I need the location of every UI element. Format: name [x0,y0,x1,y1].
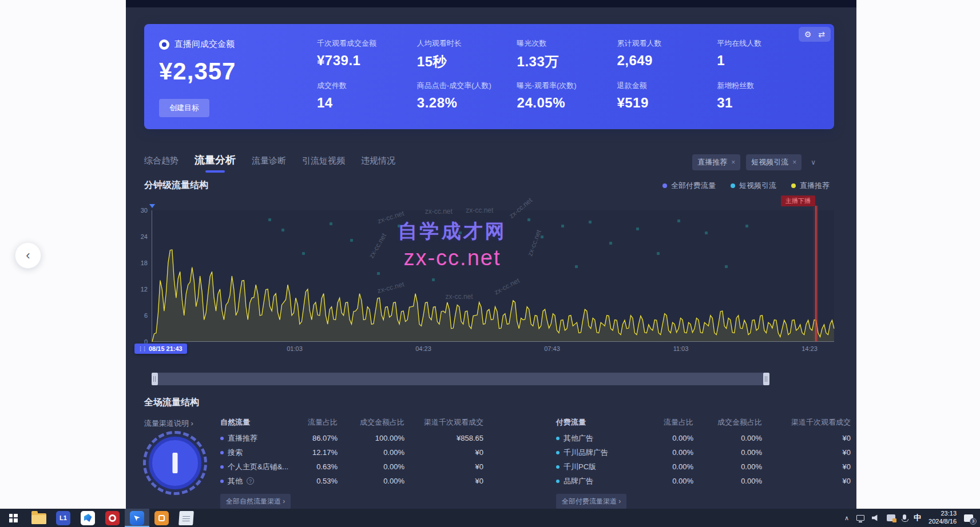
scatter-point [486,257,489,260]
tab-violations[interactable]: 违规情况 [361,155,395,171]
legend-item-live-recommend[interactable]: 直播推荐 [791,181,830,191]
notepad-icon [178,511,194,525]
metric-cell: 平均在线人数1 [717,38,817,77]
filter-tag-label: 短视频引流 [751,157,788,167]
taskbar-browser[interactable] [100,509,125,527]
tabs-row: 综合趋势 流量分析 流量诊断 引流短视频 违规情况 直播推荐 × 短视频引流 ×… [144,153,819,171]
tab-traffic-analysis[interactable]: 流量分析 [195,153,236,171]
axis-marker-icon [149,204,155,208]
network-icon[interactable] [856,515,864,521]
scatter-point [725,265,728,268]
table-row: 千川品牌广告 0.00% 0.00% ¥0 [556,445,851,460]
table-row: 其他广告 0.00% 0.00% ¥0 [556,431,851,445]
create-goal-button[interactable]: 创建目标 [159,99,209,117]
chart-range-slider[interactable] [152,373,769,385]
scatter-point [745,225,748,227]
tab-traffic-diagnosis[interactable]: 流量诊断 [252,155,286,171]
scatter-point [541,235,543,238]
metric-cell: 人均观看时长15秒 [417,38,517,77]
scatter-point [330,222,332,225]
drag-grip-icon: ⋮⋮ [138,346,146,352]
tab-overall-trend[interactable]: 综合趋势 [144,155,178,171]
cursor-app-icon [130,511,144,525]
orange-app-icon [154,511,169,525]
y-tick: 30 [132,207,148,214]
taskbar-file-explorer[interactable] [26,509,51,527]
y-tick: 6 [132,312,148,319]
series-dot [556,465,560,469]
close-icon[interactable]: × [792,158,796,166]
ime-indicator[interactable]: 中 [914,513,921,523]
filter-tag-short-video[interactable]: 短视频引流 × [746,154,802,170]
microphone-icon[interactable] [903,514,906,521]
back-button[interactable]: ‹ [15,242,41,269]
legend-item-short-video[interactable]: 短视频引流 [731,181,776,191]
y-tick: 18 [132,259,148,266]
clock[interactable]: 23:13 2024/8/16 [929,510,957,526]
legend-dot [662,183,667,188]
scatter-point [677,219,680,222]
legend-dot [731,183,735,188]
tab-short-video[interactable]: 引流短视频 [302,155,345,171]
natural-traffic-table: 自然流量 流量占比 成交金额占比 渠道千次观看成交 直播推荐 86.07% 10… [220,414,483,509]
series-dot [220,451,224,454]
close-icon[interactable]: × [731,158,735,166]
slider-handle-right[interactable] [763,373,769,385]
taskbar-notepad[interactable] [174,509,199,527]
table-header-row: 付费流量 流量占比 成交金额占比 渠道千次观看成交 [556,414,851,431]
screenshot-tool-icon[interactable] [887,514,895,521]
x-tick: 11:03 [673,345,689,352]
tray-expand-icon[interactable]: ∧ [844,514,849,522]
line-series-svg [152,210,834,342]
x-tick: 14:23 [802,345,818,352]
scatter-point [609,242,612,245]
metric-cell: 商品点击-成交率(人数)3.28% [417,81,517,119]
scatter-point [398,225,400,227]
help-icon[interactable]: ? [247,477,254,485]
start-button[interactable] [0,509,26,527]
notification-icon[interactable]: 3 [964,514,973,522]
slider-handle-left[interactable] [152,373,158,385]
page-background: ‹ ⚙ ⇄ 直播间成交金额 ¥2,357 创建目标 千次观看成交金额¥739.1… [0,0,980,527]
series-dot [220,480,224,483]
stream-end-marker-line [815,206,816,341]
scatter-point [350,239,353,242]
scatter-point [432,278,435,281]
traffic-minute-chart[interactable]: 30 24 18 12 6 0 自学成才网 zx-cc.net zx-cc.ne… [152,210,834,342]
metric-cell: 成交件数14 [317,81,417,119]
filter-tags: 直播推荐 × 短视频引流 × ∨ [692,154,819,170]
all-paid-channels-link[interactable]: 全部付费流量渠道 › [556,494,626,509]
taskbar-app-l1[interactable]: L1 [51,509,76,527]
live-dashboard: ⚙ ⇄ 直播间成交金额 ¥2,357 创建目标 千次观看成交金额¥739.1 人… [126,0,856,509]
window-top-strip [126,0,856,7]
x-tick: 07:43 [544,345,560,352]
filter-tag-live-recommend[interactable]: 直播推荐 × [692,154,740,170]
legend-dot [791,183,796,188]
y-tick: 12 [132,286,148,293]
scatter-point [281,229,284,231]
paid-traffic-table: 付费流量 流量占比 成交金额占比 渠道千次观看成交 其他广告 0.00% 0.0… [556,414,851,509]
all-natural-channels-link[interactable]: 全部自然流量渠道 › [220,494,291,509]
red-browser-icon [105,511,120,525]
table-row: 品牌广告 0.00% 0.00% ¥0 [556,474,851,488]
tab-bar: 综合趋势 流量分析 流量诊断 引流短视频 违规情况 [144,153,395,171]
metrics-grid: 千次观看成交金额¥739.1 人均观看时长15秒 曝光次数1.33万 累计观看人… [317,24,817,129]
scatter-point [527,218,530,221]
chevron-down-icon[interactable]: ∨ [807,156,819,169]
chart-title: 分钟级流量结构 [144,179,208,191]
chart-legend: 全部付费流量 短视频引流 直播推荐 [662,181,830,191]
windows-taskbar: L1 ∧ 中 23:13 2024/8/16 3 [0,509,980,527]
summary-panel: ⚙ ⇄ 直播间成交金额 ¥2,357 创建目标 千次观看成交金额¥739.1 人… [144,24,834,129]
metric-cell: 曝光-观看率(次数)24.05% [517,81,617,119]
swap-icon[interactable]: ⇄ [818,30,825,38]
taskbar-app-active[interactable] [125,509,149,527]
taskbar-app-compass[interactable] [76,509,100,527]
speaker-icon[interactable] [872,514,879,521]
scatter-point [268,218,271,221]
legend-item-paid[interactable]: 全部付费流量 [662,181,716,191]
range-start-badge[interactable]: ⋮⋮ 08/15 21:43 [134,344,187,354]
channel-help-link[interactable]: 流量渠道说明 › [144,418,193,429]
scatter-point [302,252,305,255]
taskbar-app-orange[interactable] [149,509,174,527]
system-tray: ∧ 中 23:13 2024/8/16 3 [844,510,980,526]
